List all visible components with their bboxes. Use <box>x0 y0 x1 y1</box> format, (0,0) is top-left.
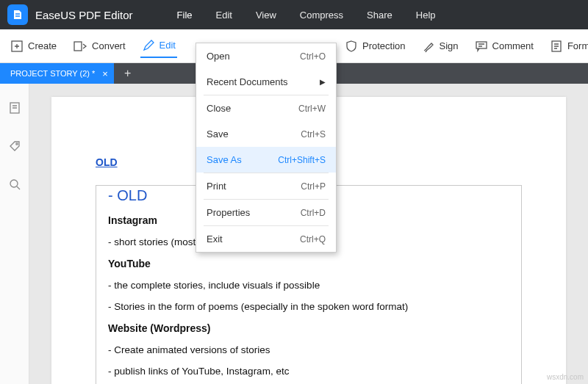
menu-close-shortcut: Ctrl+W <box>298 104 326 114</box>
tool-sign-label: Sign <box>440 40 459 51</box>
app-title: EaseUS PDF Editor <box>35 9 133 21</box>
menu-save-as-shortcut: Ctrl+Shift+S <box>278 155 326 165</box>
svg-point-5 <box>15 143 17 145</box>
svg-rect-1 <box>74 42 82 51</box>
menu-recent-documents[interactable]: Recent Documents ▶ <box>196 69 336 95</box>
search-icon[interactable] <box>8 178 21 194</box>
close-icon[interactable]: × <box>102 68 108 79</box>
left-sidebar <box>0 84 29 384</box>
tool-protection[interactable]: Protection <box>343 35 407 57</box>
file-menu-dropdown: Open Ctrl+O Recent Documents ▶ Close Ctr… <box>196 43 337 253</box>
document-text-line: - the complete stories, include visuals … <box>108 280 509 291</box>
comment-icon <box>475 40 488 53</box>
document-text-line: - Stories in the form of poems (especial… <box>108 301 509 312</box>
menu-exit-label: Exit <box>207 233 223 244</box>
tool-forms[interactable]: Forms <box>548 35 588 57</box>
menu-print-shortcut: Ctrl+P <box>301 181 326 192</box>
menu-items: File Edit View Compress Share Help <box>177 10 436 21</box>
document-text-line: - Create animated versions of stories <box>108 344 509 355</box>
new-tab-button[interactable]: + <box>114 67 141 80</box>
menu-save[interactable]: Save Ctrl+S <box>196 121 336 147</box>
document-text-line: - publish links of YouTube, Instagram, e… <box>108 366 509 377</box>
tool-edit[interactable]: Edit <box>140 35 177 58</box>
svg-point-6 <box>10 180 18 187</box>
menu-save-as-label: Save As <box>207 154 242 165</box>
tool-comment[interactable]: Comment <box>473 35 535 57</box>
plus-square-icon <box>10 40 24 53</box>
tool-edit-label: Edit <box>159 40 176 51</box>
document-text-line: YouTube <box>108 258 509 269</box>
tool-comment-label: Comment <box>492 40 534 51</box>
menu-open[interactable]: Open Ctrl+O <box>196 43 336 69</box>
menu-file[interactable]: File <box>177 10 193 21</box>
menu-save-as[interactable]: Save As Ctrl+Shift+S <box>196 147 336 173</box>
pages-panel-icon[interactable] <box>8 101 21 117</box>
document-text-line: Website (Wordpress) <box>108 322 509 334</box>
menu-close[interactable]: Close Ctrl+W <box>196 95 336 121</box>
forms-icon <box>550 40 563 53</box>
pencil-icon <box>142 39 155 52</box>
tool-sign[interactable]: Sign <box>420 35 460 57</box>
menu-close-label: Close <box>207 103 231 114</box>
menu-properties-shortcut: Ctrl+D <box>301 208 326 218</box>
menu-properties[interactable]: Properties Ctrl+D <box>196 200 336 225</box>
menu-recent-label: Recent Documents <box>207 76 288 87</box>
app-logo-icon <box>7 4 28 25</box>
tool-create[interactable]: Create <box>9 35 58 57</box>
menu-open-shortcut: Ctrl+O <box>300 51 326 62</box>
tool-convert[interactable]: Convert <box>71 35 127 57</box>
document-tab-title: PROJECT STORY (2) * <box>10 69 95 78</box>
menu-save-label: Save <box>207 128 229 140</box>
chevron-right-icon: ▶ <box>320 78 326 86</box>
menu-open-label: Open <box>207 51 230 62</box>
tool-protection-label: Protection <box>362 40 406 51</box>
menu-print-label: Print <box>207 181 226 192</box>
convert-icon <box>73 40 87 53</box>
menu-exit[interactable]: Exit Ctrl+Q <box>196 226 336 252</box>
pen-icon <box>422 40 435 53</box>
menu-print[interactable]: Print Ctrl+P <box>196 173 336 199</box>
menu-properties-label: Properties <box>207 207 250 218</box>
menu-compress[interactable]: Compress <box>300 10 343 21</box>
tool-forms-label: Forms <box>567 40 588 51</box>
menu-help[interactable]: Help <box>416 10 436 21</box>
menu-save-shortcut: Ctrl+S <box>301 129 326 140</box>
tool-create-label: Create <box>28 40 57 51</box>
menu-share[interactable]: Share <box>367 10 392 21</box>
menubar: EaseUS PDF Editor File Edit View Compres… <box>0 0 588 29</box>
tag-icon[interactable] <box>8 140 21 156</box>
menu-view[interactable]: View <box>256 10 276 21</box>
shield-icon <box>345 40 358 53</box>
heading-link-old[interactable]: OLD <box>96 156 118 168</box>
tool-convert-label: Convert <box>92 40 126 51</box>
menu-edit[interactable]: Edit <box>216 10 232 21</box>
svg-rect-2 <box>476 42 487 48</box>
watermark: wsxdn.com <box>547 373 584 381</box>
menu-exit-shortcut: Ctrl+Q <box>300 234 326 244</box>
document-tab[interactable]: PROJECT STORY (2) * × <box>0 63 114 84</box>
